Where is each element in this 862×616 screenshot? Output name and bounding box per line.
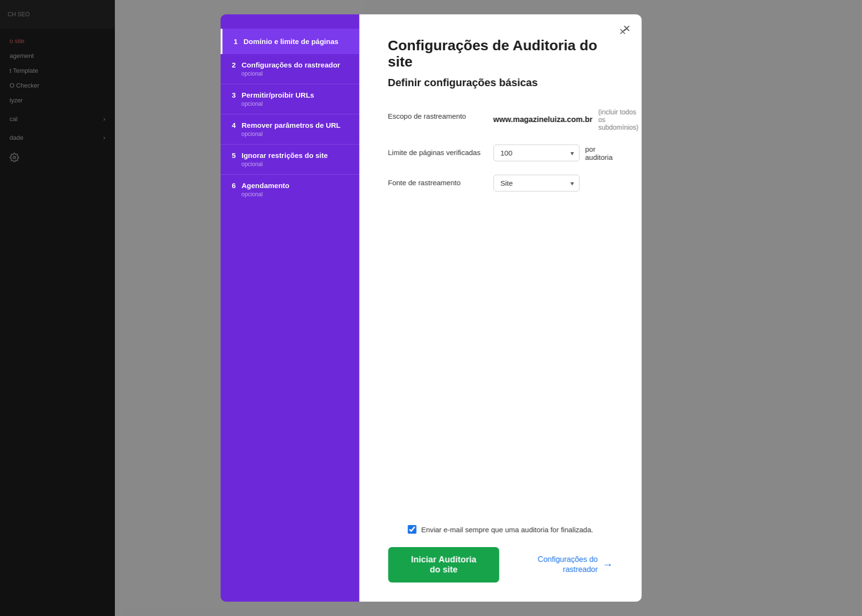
action-buttons-row: Iniciar Auditoria do site Configurações … xyxy=(388,547,613,582)
crawl-source-control: Site Sitemap Arquivo ▾ xyxy=(493,175,613,191)
crawl-source-select[interactable]: Site Sitemap Arquivo xyxy=(493,175,579,191)
step-6-label: Agendamento xyxy=(242,181,290,190)
crawl-source-label: Fonte de rastreamento xyxy=(388,175,493,187)
crawler-config-label: Configurações do rastreador xyxy=(522,555,598,575)
crawl-scope-row: Escopo de rastreamento www.magazineluiza… xyxy=(388,108,613,131)
step-1-label: Domínio e limite de páginas xyxy=(244,37,338,45)
step-3-sub: opcional xyxy=(241,101,347,107)
page-limit-select[interactable]: 100 200 500 1000 xyxy=(493,145,579,161)
page-limit-control: 100 200 500 1000 ▾ por auditoria xyxy=(493,145,613,161)
crawl-scope-label: Escopo de rastreamento xyxy=(388,108,493,120)
arrow-right-icon: → xyxy=(603,559,613,571)
step-6[interactable]: 6 Agendamento opcional xyxy=(220,175,359,204)
modal-container: 1 Domínio e limite de páginas 2 Configur… xyxy=(220,14,642,602)
step-4[interactable]: 4 Remover parâmetros de URL opcional xyxy=(220,114,359,145)
crawl-source-select-wrapper: Site Sitemap Arquivo ▾ xyxy=(493,175,579,191)
crawl-scope-sub: (incluir todos os subdomínios) xyxy=(598,108,638,131)
step-2-label: Configurações do rastreador xyxy=(242,61,340,69)
step-sidebar: 1 Domínio e limite de páginas 2 Configur… xyxy=(220,14,359,602)
email-notification-label: Enviar e-mail sempre que uma auditoria f… xyxy=(421,526,593,534)
start-audit-button[interactable]: Iniciar Auditoria do site xyxy=(388,547,499,582)
step-6-sub: opcional xyxy=(241,191,347,198)
modal-footer: Enviar e-mail sempre que uma auditoria f… xyxy=(388,515,613,582)
step-2[interactable]: 2 Configurações do rastreador opcional xyxy=(220,54,359,84)
step-5-num: 5 xyxy=(232,151,235,159)
crawl-scope-url: www.magazineluiza.com.br xyxy=(493,115,592,124)
crawl-source-row: Fonte de rastreamento Site Sitemap Arqui… xyxy=(388,175,613,191)
step-2-num: 2 xyxy=(232,61,235,69)
email-notification-checkbox[interactable] xyxy=(408,525,416,534)
step-3-label: Permitir/proibir URLs xyxy=(242,91,314,99)
step-5-label: Ignorar restrições do site xyxy=(242,151,328,159)
crawl-scope-control: www.magazineluiza.com.br (incluir todos … xyxy=(493,108,642,131)
step-3-num: 3 xyxy=(232,91,235,99)
step-2-sub: opcional xyxy=(241,70,347,77)
step-3[interactable]: 3 Permitir/proibir URLs opcional xyxy=(220,84,359,114)
page-limit-row: Limite de páginas verificadas 100 200 50… xyxy=(388,145,613,161)
step-4-label: Remover parâmetros de URL xyxy=(242,121,341,129)
modal-subtitle: Definir configurações básicas xyxy=(388,77,613,89)
step-4-num: 4 xyxy=(232,121,235,129)
modal-title: Configurações de Auditoria do site xyxy=(388,37,613,70)
email-notification-row: Enviar e-mail sempre que uma auditoria f… xyxy=(388,525,613,534)
page-limit-label: Limite de páginas verificadas xyxy=(388,145,493,157)
modal-content: × × Configurações de Auditoria do site D… xyxy=(359,14,642,602)
step-1[interactable]: 1 Domínio e limite de páginas xyxy=(220,29,359,54)
modal-form: Escopo de rastreamento www.magazineluiza… xyxy=(388,108,613,515)
crawler-config-button[interactable]: Configurações do rastreador → xyxy=(522,555,613,575)
page-limit-select-wrapper: 100 200 500 1000 ▾ xyxy=(493,145,579,161)
step-5[interactable]: 5 Ignorar restrições do site opcional xyxy=(220,145,359,175)
step-4-sub: opcional xyxy=(241,131,347,137)
page-limit-suffix: por auditoria xyxy=(585,145,613,161)
step-1-num: 1 xyxy=(234,37,237,45)
step-6-num: 6 xyxy=(232,181,235,190)
close-icon[interactable]: × xyxy=(623,22,630,34)
step-5-sub: opcional xyxy=(241,161,347,168)
